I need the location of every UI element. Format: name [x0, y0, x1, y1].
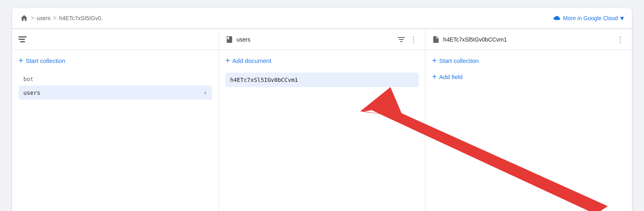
add-field-link[interactable]: + Add field [432, 73, 625, 81]
breadcrumb-users[interactable]: users [37, 15, 50, 21]
panel2-more-icon[interactable]: ⋮ [408, 34, 419, 45]
panel-documents: users ⋮ + Add document [219, 29, 426, 211]
start-collection-label-1: Start collection [26, 57, 65, 64]
add-document-label: Add document [232, 57, 271, 64]
breadcrumb-sep-2: > [53, 15, 57, 22]
plus-icon-3: + [432, 56, 437, 65]
document-item[interactable]: h4ETc7xSl5IGv0bCCvm1 [225, 73, 419, 87]
panel-detail: h4ETc7xSl5IGv0bCCvm1 ⋮ + Start collectio… [425, 29, 632, 211]
filter-icon[interactable] [398, 37, 405, 42]
chevron-down-icon: ▾ [620, 14, 624, 23]
users-label: users [23, 90, 40, 96]
bot-label: bot [23, 76, 33, 82]
panels-container: + Start collection bot users › [12, 29, 632, 211]
chevron-right-icon: › [203, 89, 207, 96]
panel3-title: h4ETc7xSl5IGv0bCCvm1 [443, 36, 612, 43]
add-field-label: Add field [439, 73, 462, 80]
cloud-icon [552, 15, 561, 21]
breadcrumb-sep-1: > [31, 15, 34, 22]
panel3-more-icon[interactable]: ⋮ [615, 34, 625, 45]
plus-icon-4: + [432, 73, 437, 81]
doc-list-icon [432, 36, 440, 44]
plus-icon-2: + [225, 56, 230, 65]
google-cloud-label: More in Google Cloud [563, 15, 618, 21]
header: > users > h4ETc7xSI5IGv0. More in Google… [12, 8, 632, 29]
panel3-actions: ⋮ [615, 34, 625, 45]
panel3-header: h4ETc7xSl5IGv0bCCvm1 ⋮ [425, 29, 632, 50]
breadcrumb-doc-id[interactable]: h4ETc7xSI5IGv0. [59, 15, 103, 21]
doc-id-label: h4ETc7xSl5IGv0bCCvm1 [230, 77, 298, 83]
panel2-header: users ⋮ [219, 29, 425, 50]
plus-icon-1: + [19, 56, 23, 65]
stacked-lines-icon [19, 36, 27, 42]
panel-collections: + Start collection bot users › [12, 29, 219, 211]
start-collection-link-panel3[interactable]: + Start collection [432, 56, 625, 65]
breadcrumb: > users > h4ETc7xSI5IGv0. [20, 14, 103, 22]
notebook-icon [225, 36, 233, 44]
collection-item-users[interactable]: users › [19, 86, 212, 100]
panel2-title: users [237, 36, 395, 43]
panel2-actions: ⋮ [398, 34, 419, 45]
add-document-link[interactable]: + Add document [225, 56, 419, 65]
google-cloud-link[interactable]: More in Google Cloud ▾ [552, 14, 624, 23]
panel1-content: + Start collection bot users › [12, 50, 219, 211]
start-collection-link-panel1[interactable]: + Start collection [19, 56, 212, 65]
panel1-header [12, 29, 219, 50]
home-icon[interactable] [20, 14, 28, 22]
panel3-content: + Start collection + Add field [425, 50, 632, 211]
panel2-content: + Add document h4ETc7xSl5IGv0bCCvm1 [219, 50, 425, 211]
start-collection-label-3: Start collection [439, 57, 479, 64]
collection-item-bot[interactable]: bot [19, 73, 212, 86]
